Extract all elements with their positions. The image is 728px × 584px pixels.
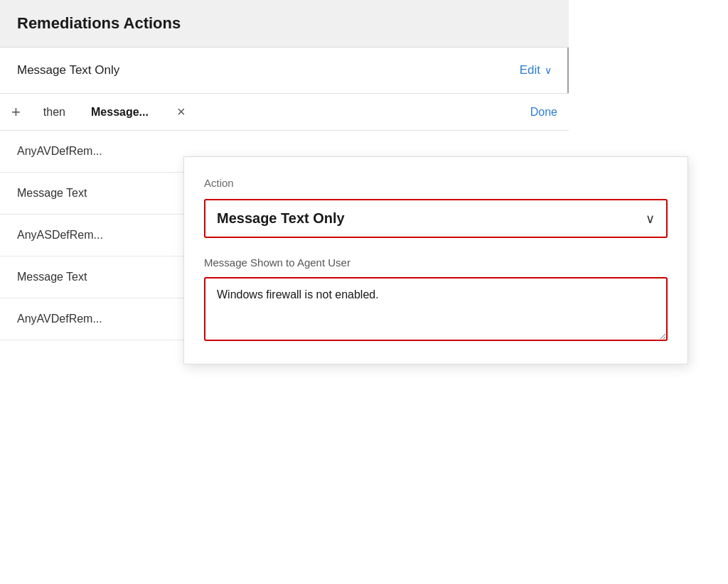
vertical-divider (567, 48, 569, 93)
main-row: Message Text Only Edit ∨ (0, 48, 569, 94)
message-tab[interactable]: Message... (77, 94, 163, 130)
done-button[interactable]: Done (519, 106, 569, 119)
message-shown-label: Message Shown to Agent User (204, 256, 668, 269)
add-icon[interactable]: + (0, 104, 32, 120)
header: Remediations Actions (0, 0, 569, 48)
page-title: Remediations Actions (17, 14, 181, 32)
action-chevron-icon: ∨ (646, 211, 655, 227)
main-row-label: Message Text Only (17, 63, 119, 77)
edit-link[interactable]: Edit (520, 63, 540, 77)
close-icon[interactable]: × (163, 104, 200, 120)
edit-area[interactable]: Edit ∨ (520, 63, 552, 77)
action-select[interactable]: Message Text Only ∨ (204, 199, 668, 238)
edit-chevron-icon: ∨ (545, 65, 552, 76)
toolbar-then-label: then (32, 106, 77, 119)
selected-action-value: Message Text Only (217, 210, 345, 227)
toolbar-row: + then Message... × Done (0, 94, 569, 131)
dropdown-panel: Action Message Text Only ∨ Message Shown… (183, 156, 688, 364)
message-textarea[interactable]: Windows firewall is not enabled. (204, 277, 668, 341)
action-label: Action (204, 177, 668, 189)
